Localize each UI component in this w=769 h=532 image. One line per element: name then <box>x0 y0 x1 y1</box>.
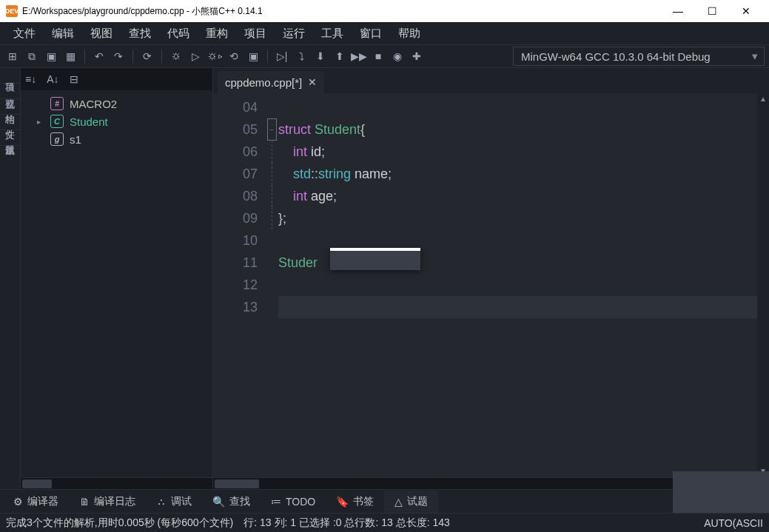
step-over-icon[interactable]: ⤵ <box>293 48 309 64</box>
maximize-button[interactable]: ☐ <box>695 0 729 22</box>
menu-7[interactable]: 运行 <box>275 24 312 44</box>
kind-badge: g <box>50 132 64 146</box>
code-line[interactable]: struct Student{ <box>278 118 757 141</box>
line-number: 09 <box>213 207 258 229</box>
bottom-tab-2[interactable]: ⛬调试 <box>146 491 202 513</box>
horizontal-scrollbar[interactable] <box>21 477 212 489</box>
fold-cell: − <box>265 118 278 141</box>
rail-4[interactable]: 试题集 <box>0 130 20 146</box>
line-number: 13 <box>213 296 258 318</box>
rail-3[interactable]: 文件 <box>0 115 20 130</box>
code-line[interactable] <box>278 274 757 296</box>
menu-1[interactable]: 编辑 <box>44 24 81 44</box>
menu-4[interactable]: 代码 <box>160 24 197 44</box>
open-icon[interactable]: ⧉ <box>24 48 40 64</box>
step-into-icon[interactable]: ⬇ <box>312 48 329 64</box>
rail-2[interactable]: 结构 <box>0 99 20 115</box>
new-file-icon[interactable]: ⊞ <box>4 48 21 64</box>
tab-icon: ⛬ <box>156 496 167 508</box>
compile-run-icon[interactable]: ⛭▷ <box>206 48 223 64</box>
code-line[interactable] <box>278 96 757 118</box>
menu-8[interactable]: 工具 <box>314 24 351 44</box>
bottom-tab-6[interactable]: △试题 <box>384 491 438 513</box>
separator <box>161 50 162 63</box>
code-line[interactable]: int age; <box>278 185 757 207</box>
main-area: 项目监视结构文件试题集 ≡↓ A↓ ⊟ #MACRO2▸CStudentgs1 … <box>0 68 769 489</box>
menu-6[interactable]: 项目 <box>237 24 274 44</box>
compile-icon[interactable]: ⛭ <box>168 48 184 64</box>
redo-icon[interactable]: ↷ <box>110 48 127 64</box>
tab-close-icon[interactable]: ✕ <box>308 76 317 88</box>
code-line[interactable]: int id; <box>278 141 757 163</box>
save-all-icon[interactable]: ▦ <box>62 48 78 64</box>
kind-badge: C <box>50 115 64 128</box>
tab-icon: △ <box>394 496 403 508</box>
tab-label: 书签 <box>353 495 374 508</box>
menu-10[interactable]: 帮助 <box>391 24 428 44</box>
breakpoint-icon[interactable]: ◉ <box>389 48 406 64</box>
alpha-sort-icon[interactable]: A↓ <box>47 73 58 85</box>
autocomplete-popup[interactable] <box>330 248 420 270</box>
structure-tree: #MACRO2▸CStudentgs1 <box>21 90 212 477</box>
code-line[interactable] <box>278 296 757 318</box>
minimize-button[interactable]: — <box>661 0 695 22</box>
structure-toolbar: ≡↓ A↓ ⊟ <box>21 68 212 90</box>
tree-view-icon[interactable]: ⊟ <box>70 73 78 85</box>
menu-9[interactable]: 窗口 <box>352 24 389 44</box>
line-number: 07 <box>213 163 258 185</box>
menu-5[interactable]: 重构 <box>198 24 235 44</box>
code-line[interactable]: }; <box>278 207 757 229</box>
compiler-label: MinGW-w64 GCC 10.3.0 64-bit Debug <box>521 50 711 63</box>
continue-icon[interactable]: ▶▶ <box>351 48 367 64</box>
bottom-tab-4[interactable]: ≔TODO <box>261 491 326 512</box>
code-line[interactable]: std::string name; <box>278 163 757 185</box>
rail-1[interactable]: 监视 <box>0 84 20 99</box>
compiler-dropdown[interactable]: MinGW-w64 GCC 10.3.0 64-bit Debug <box>513 47 765 66</box>
menu-2[interactable]: 视图 <box>83 24 120 44</box>
tab-label: TODO <box>286 496 315 508</box>
fold-toggle-icon[interactable]: − <box>267 118 277 141</box>
line-number: 04 <box>213 96 258 118</box>
rebuild-icon[interactable]: ⟲ <box>226 48 242 64</box>
structure-item-Student[interactable]: ▸CStudent <box>21 112 212 130</box>
debug-icon[interactable]: ▷| <box>274 48 290 64</box>
undo-icon[interactable]: ↶ <box>91 48 107 64</box>
code-content[interactable]: struct Student{ int id; std::string name… <box>278 93 757 477</box>
menu-3[interactable]: 查找 <box>121 24 158 44</box>
minimap-thumbnail <box>673 471 769 513</box>
status-position: 行: 13 列: 1 已选择 :0 总行数: 13 总长度: 143 <box>244 516 450 530</box>
line-number: 10 <box>213 229 258 252</box>
bottom-tab-1[interactable]: 🗎编译日志 <box>69 491 146 513</box>
select-icon[interactable]: ⟳ <box>139 48 155 64</box>
structure-item-s1[interactable]: gs1 <box>21 130 212 148</box>
close-button[interactable]: ✕ <box>729 0 763 22</box>
fold-cell <box>265 163 278 185</box>
bottom-tab-0[interactable]: ⚙编译器 <box>3 491 69 513</box>
editor-tab-bar: cppdemo.cpp[*] ✕ <box>213 68 769 93</box>
step-out-icon[interactable]: ⬆ <box>332 48 348 64</box>
fold-column: − <box>265 93 278 477</box>
stop-icon[interactable]: ▣ <box>245 48 261 64</box>
vertical-scrollbar[interactable]: ▲ ▼ <box>757 93 769 477</box>
file-tab[interactable]: cppdemo.cpp[*] ✕ <box>218 71 324 93</box>
code-editor[interactable]: 04050607080910111213 − struct Student{ i… <box>213 93 769 477</box>
fold-cell <box>265 274 278 296</box>
fold-cell <box>265 141 278 163</box>
stop-debug-icon[interactable]: ■ <box>370 48 386 64</box>
watch-icon[interactable]: ✚ <box>409 48 425 64</box>
bottom-tab-5[interactable]: 🔖书签 <box>326 491 384 513</box>
menu-0[interactable]: 文件 <box>6 24 43 44</box>
structure-item-MACRO2[interactable]: #MACRO2 <box>21 95 212 112</box>
bottom-tab-3[interactable]: 🔍查找 <box>202 491 261 513</box>
fold-cell <box>265 96 278 118</box>
save-icon[interactable]: ▣ <box>43 48 59 64</box>
sort-icon[interactable]: ≡↓ <box>25 73 36 85</box>
rail-0[interactable]: 项目 <box>0 68 20 84</box>
line-number: 05 <box>213 118 258 141</box>
scroll-up-icon[interactable]: ▲ <box>757 93 769 105</box>
run-icon[interactable]: ▷ <box>187 48 204 64</box>
fold-cell <box>265 207 278 229</box>
expand-icon[interactable]: ▸ <box>37 118 44 126</box>
separator <box>84 50 85 63</box>
line-number: 08 <box>213 185 258 207</box>
